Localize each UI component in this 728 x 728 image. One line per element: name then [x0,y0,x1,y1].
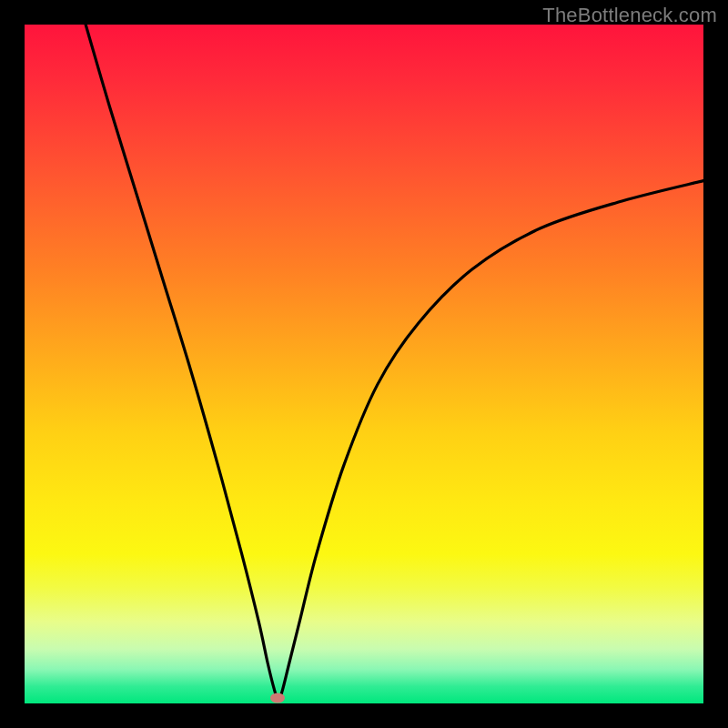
minimum-marker [270,693,285,703]
bottleneck-curve [25,25,703,703]
chart-frame: TheBottleneck.com [0,0,728,728]
watermark-text: TheBottleneck.com [542,4,717,27]
plot-area [25,25,703,703]
